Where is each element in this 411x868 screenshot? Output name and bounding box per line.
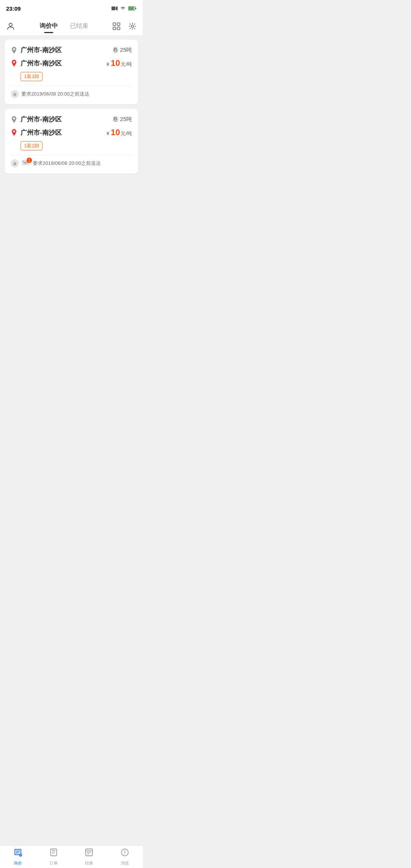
- svg-rect-3: [129, 7, 134, 10]
- top-nav: 询价中 已结束: [0, 17, 143, 36]
- wifi-icon: [120, 6, 126, 11]
- svg-point-15: [13, 117, 15, 119]
- price-unit-2: 元/吨: [121, 130, 132, 137]
- deadline-row-2: 派 1 要求2019/06/08 20:00之前送达: [11, 155, 132, 168]
- user-profile-icon[interactable]: [5, 20, 17, 32]
- status-icons: [112, 6, 137, 11]
- from-location-2: 广州市-南沙区: [11, 115, 62, 124]
- from-row-1: 广州市-南沙区 卷 25吨: [11, 46, 132, 54]
- deadline-row-1: 派 要求2019/06/08 20:00之前送达: [11, 86, 132, 98]
- deadline-text-2: 要求2019/06/08 20:00之前送达: [33, 160, 101, 167]
- from-info-1: 卷 25吨: [113, 46, 132, 54]
- price-amount-1: 10: [111, 58, 120, 68]
- svg-marker-1: [116, 6, 118, 11]
- tag-row-2: 1装1卸: [21, 141, 132, 150]
- svg-rect-4: [135, 8, 136, 9]
- svg-point-16: [13, 131, 15, 132]
- to-location-icon-1: [11, 60, 18, 67]
- inquiry-list: 广州市-南沙区 卷 25吨 广州市-南沙区 ¥ 10 元/吨 1装1: [0, 36, 143, 209]
- to-city-1: 广州市-南沙区: [21, 59, 62, 68]
- dispatch-icon-2: 派: [11, 159, 19, 168]
- load-unload-tag-1: 1装1卸: [21, 72, 43, 81]
- from-location-1: 广州市-南沙区: [11, 46, 62, 54]
- inquiry-card-2[interactable]: 广州市-南沙区 卷 25吨 广州市-南沙区 ¥ 10 元/吨 1装1: [5, 109, 138, 174]
- from-info-2: 卷 25吨: [113, 116, 132, 123]
- from-city-2: 广州市-南沙区: [21, 115, 62, 124]
- from-row-2: 广州市-南沙区 卷 25吨: [11, 115, 132, 124]
- inquiry-card-1[interactable]: 广州市-南沙区 卷 25吨 广州市-南沙区 ¥ 10 元/吨 1装1: [5, 40, 138, 104]
- tab-ended-inquiry[interactable]: 已结束: [70, 21, 88, 32]
- battery-icon: [128, 6, 137, 11]
- price-symbol-2: ¥: [107, 131, 109, 136]
- from-city-1: 广州市-南沙区: [21, 46, 62, 54]
- dispatch-icon-1: 派: [11, 90, 19, 98]
- response-count-badge-2: 1: [27, 158, 32, 163]
- settings-icon-btn[interactable]: [127, 21, 138, 32]
- to-city-2: 广州市-南沙区: [21, 128, 62, 137]
- to-location-2: 广州市-南沙区: [11, 128, 62, 137]
- to-location-1: 广州市-南沙区: [11, 59, 62, 68]
- response-badge-2: 1: [21, 160, 30, 167]
- nav-tabs: 询价中 已结束: [17, 21, 111, 32]
- svg-point-5: [9, 23, 12, 26]
- svg-rect-0: [112, 6, 115, 10]
- svg-point-12: [13, 61, 15, 63]
- deadline-text-1: 要求2019/06/08 20:00之前送达: [21, 91, 89, 97]
- svg-rect-9: [117, 27, 120, 30]
- price-amount-2: 10: [111, 128, 120, 137]
- svg-text:派: 派: [13, 162, 16, 166]
- svg-rect-7: [117, 23, 120, 26]
- to-row-1: 广州市-南沙区 ¥ 10 元/吨: [11, 58, 132, 68]
- nav-right-icons: [111, 21, 138, 32]
- price-row-2: ¥ 10 元/吨: [107, 128, 132, 137]
- from-location-icon-2: [11, 116, 18, 123]
- price-symbol-1: ¥: [107, 61, 109, 67]
- tag-row-1: 1装1卸: [21, 72, 132, 81]
- svg-point-11: [13, 48, 15, 50]
- status-bar: 23:09: [0, 0, 143, 17]
- load-unload-tag-2: 1装1卸: [21, 141, 43, 150]
- grid-icon-btn[interactable]: [111, 21, 122, 32]
- from-location-icon-1: [11, 47, 18, 54]
- svg-rect-8: [113, 27, 116, 30]
- to-row-2: 广州市-南沙区 ¥ 10 元/吨: [11, 128, 132, 137]
- price-unit-1: 元/吨: [121, 61, 132, 68]
- svg-text:派: 派: [13, 93, 16, 96]
- status-time: 23:09: [6, 5, 21, 12]
- tab-active-inquiry[interactable]: 询价中: [40, 21, 58, 32]
- svg-point-10: [131, 25, 134, 27]
- svg-rect-6: [113, 23, 116, 26]
- to-location-icon-2: [11, 129, 18, 136]
- video-icon: [112, 6, 118, 11]
- price-row-1: ¥ 10 元/吨: [107, 58, 132, 68]
